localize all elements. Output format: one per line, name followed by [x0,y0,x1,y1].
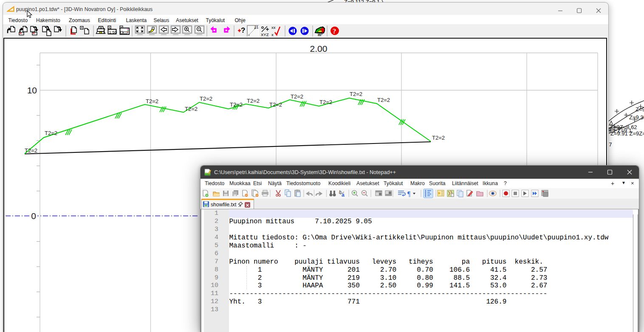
svg-text:?: ? [241,26,245,34]
svg-text:?: ? [333,27,336,35]
svg-text:T2=2: T2=2 [230,101,243,108]
svg-text:T2=2: T2=2 [350,91,362,97]
svg-text:T2=2: T2=2 [432,135,445,141]
svg-text:T2=2: T2=2 [269,101,282,108]
svg-text:T2=2: T2=2 [185,106,198,112]
svg-text:10: 10 [27,85,37,95]
svg-text:T2=2: T2=2 [25,147,37,154]
svg-text:T2=2: T2=2 [319,99,332,105]
svg-text:x: x [248,33,250,37]
svg-text:Z=9.35: Z=9.35 [629,114,644,121]
svg-text:2.00: 2.00 [310,44,328,53]
svg-text:21: 21 [254,25,259,29]
svg-text:T2=2: T2=2 [146,98,158,104]
svg-text:T2=2: T2=2 [377,97,390,103]
svg-text:xx: xx [271,25,276,30]
svg-text:¶: ¶ [407,190,411,197]
svg-text:T2=2: T2=2 [45,130,57,136]
svg-text:T2=2: T2=2 [291,93,303,100]
svg-text:x: x [271,32,274,37]
svg-text:Z=9.91 Z=9Z=8.62: Z=9.91 Z=9Z=8.62 [610,130,644,137]
svg-text:m³: m³ [318,33,322,37]
svg-text:1:50: 1:50 [109,30,117,34]
svg-text:Z=9: Z=9 [636,106,644,113]
svg-text:a: a [342,192,345,198]
svg-text:0: 0 [31,211,36,221]
svg-text:T2=2: T2=2 [247,98,260,104]
svg-text:T2=2: T2=2 [200,96,212,102]
svg-text:XYZ: XYZ [261,32,269,37]
